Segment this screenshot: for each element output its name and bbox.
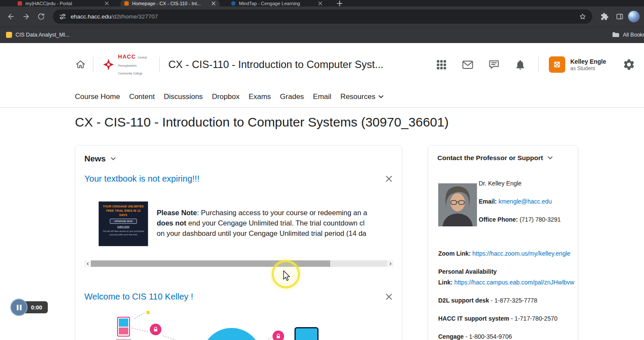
email-link[interactable]: kmengle@hacc.edu bbox=[498, 198, 552, 205]
cengage-trial-banner: YOUR CENGAGE UNLIMITED FREE TRIAL ENDS I… bbox=[99, 201, 148, 246]
chevron-down-icon[interactable] bbox=[111, 157, 116, 161]
page-title: CX - CIS-110 - Introduction to Computer … bbox=[75, 113, 449, 131]
hacc-logo[interactable]: HACC Central Pennsylvania's Community Co… bbox=[102, 53, 151, 76]
bell-icon[interactable] bbox=[514, 59, 526, 71]
tab-favicon bbox=[18, 1, 22, 6]
bookmark-star-icon[interactable] bbox=[579, 13, 586, 20]
profile-avatar[interactable] bbox=[628, 11, 640, 22]
trial-banner-footnote: You will still have access to your purch… bbox=[102, 229, 145, 236]
smartphone-graphic bbox=[117, 317, 130, 337]
tab-title: Homepage - CX - CIS-110 - Int... bbox=[132, 1, 208, 6]
divider bbox=[93, 57, 93, 72]
cengage-support-row: Cengage - 1-800-354-9706 bbox=[438, 333, 574, 340]
chevron-down-icon[interactable] bbox=[548, 156, 553, 160]
user-role: as Student bbox=[570, 65, 606, 71]
news-widget-header[interactable]: News bbox=[84, 154, 116, 164]
zoom-link-row: Zoom Link: https://hacc.zoom.us/my/kelle… bbox=[438, 250, 574, 257]
smartphone-label: Smartphone bbox=[108, 338, 139, 340]
minibar-course-title[interactable]: CX - CIS-110 - Introduction to Computer … bbox=[168, 59, 384, 71]
trial-banner-headline: YOUR CENGAGE UNLIMITED FREE TRIAL ENDS I… bbox=[102, 204, 145, 217]
learn-more-link[interactable]: Learn more bbox=[117, 225, 129, 228]
url-path: /d2l/home/327707 bbox=[111, 13, 158, 20]
gear-icon[interactable] bbox=[622, 58, 635, 71]
bookmark-item[interactable]: CIS Data Analyst_MI... bbox=[6, 32, 70, 38]
reload-icon[interactable] bbox=[34, 10, 47, 23]
nav-grades[interactable]: Grades bbox=[280, 93, 304, 101]
zoom-link[interactable]: https://hacc.zoom.us/my/kelley.engle bbox=[472, 250, 570, 257]
minibar-icons bbox=[436, 59, 526, 71]
bookmark-favicon bbox=[6, 32, 12, 38]
bookmarks-bar: CIS Data Analyst_MI... All Bookm bbox=[0, 27, 644, 43]
tab-favicon bbox=[231, 1, 235, 6]
nav-email[interactable]: Email bbox=[313, 93, 331, 101]
divider bbox=[538, 57, 539, 72]
news-widget: News Your textbook is not expiring!!! YO… bbox=[75, 145, 402, 340]
url-text: ehacc.hacc.edu/d2l/home/327707 bbox=[71, 13, 158, 20]
professor-name: Dr. Kelley Engle bbox=[479, 180, 522, 187]
professor-phone-row: Office Phone: (717) 780-3291 bbox=[479, 216, 561, 223]
personal-availability-link[interactable]: https://hacc.campus.eab.com/pal/znJHwlbv… bbox=[454, 279, 574, 286]
tab-close-icon[interactable] bbox=[105, 1, 109, 6]
tab-title: my|HACC|edu - Portal bbox=[25, 1, 101, 6]
personal-availability-link-row: Link: https://hacc.campus.eab.com/pal/zn… bbox=[438, 279, 574, 286]
grid-icon[interactable] bbox=[436, 59, 447, 71]
tab-myhacc-portal[interactable]: my|HACC|edu - Portal bbox=[14, 0, 113, 6]
mail-icon[interactable] bbox=[462, 59, 474, 71]
contact-widget: Contact the Professor or Support Dr. Kel… bbox=[428, 145, 578, 340]
back-icon[interactable] bbox=[4, 10, 17, 23]
tab-close-icon[interactable] bbox=[211, 1, 216, 6]
home-icon[interactable] bbox=[75, 59, 86, 70]
close-icon[interactable] bbox=[386, 176, 392, 182]
upgrade-now-button[interactable]: UPGRADE NOW bbox=[110, 219, 136, 224]
tab-mindtap[interactable]: MindTap - Cengage Learning bbox=[227, 0, 326, 6]
contact-widget-title: Contact the Professor or Support bbox=[437, 154, 543, 162]
folder-icon bbox=[612, 32, 619, 38]
tab-favicon bbox=[124, 1, 129, 6]
all-bookmarks-button[interactable]: All Bookm bbox=[612, 27, 644, 43]
news-article-2-title[interactable]: Welcome to CIS 110 Kelley ! bbox=[84, 292, 193, 302]
tablet-graphic bbox=[294, 327, 319, 340]
nav-course-home[interactable]: Course Home bbox=[75, 93, 120, 101]
chat-icon[interactable] bbox=[488, 59, 500, 71]
side-panel-icon[interactable] bbox=[613, 10, 626, 23]
scrollbar-track[interactable] bbox=[91, 260, 387, 267]
close-icon[interactable] bbox=[386, 294, 392, 300]
lock-icon bbox=[272, 331, 284, 340]
extensions-icon[interactable] bbox=[598, 10, 611, 23]
nav-discussions[interactable]: Discussions bbox=[164, 93, 203, 101]
tab-close-icon[interactable] bbox=[318, 1, 322, 6]
nav-content[interactable]: Content bbox=[129, 93, 155, 101]
divider bbox=[159, 57, 160, 72]
news-article-1-body: YOUR CENGAGE UNLIMITED FREE TRIAL ENDS I… bbox=[99, 201, 393, 246]
course-navbar: Course Home Content Discussions Dropbox … bbox=[0, 86, 644, 108]
scroll-right-icon[interactable] bbox=[387, 260, 393, 267]
scroll-left-icon[interactable] bbox=[84, 260, 91, 267]
new-tab-button[interactable] bbox=[337, 0, 343, 6]
d2l-support-row: D2L support desk - 1-877-325-7778 bbox=[438, 297, 574, 304]
all-bookmarks-label: All Bookm bbox=[623, 32, 644, 38]
tab-d2l-homepage[interactable]: Homepage - CX - CIS-110 - Int... bbox=[121, 0, 220, 6]
forward-icon[interactable] bbox=[19, 10, 32, 23]
professor-photo bbox=[438, 183, 477, 226]
hacc-it-support-row: HACC IT support system - 1-717-780-2570 bbox=[438, 315, 574, 322]
welcome-illustration: Smartphone bbox=[84, 311, 393, 340]
url-domain: ehacc.hacc.edu bbox=[71, 13, 111, 20]
tab-title: MindTap - Cengage Learning bbox=[239, 1, 315, 6]
pause-icon[interactable] bbox=[10, 299, 28, 316]
news-article-1-title[interactable]: Your textbook is not expiring!!! bbox=[84, 174, 199, 184]
nav-exams[interactable]: Exams bbox=[248, 93, 271, 101]
site-info-icon[interactable] bbox=[59, 13, 66, 20]
nav-dropbox[interactable]: Dropbox bbox=[212, 93, 239, 101]
news-article-1-text: Please Note: Purchasing access to your c… bbox=[157, 201, 393, 246]
d2l-minibar: HACC Central Pennsylvania's Community Co… bbox=[0, 43, 644, 86]
horizontal-scrollbar[interactable] bbox=[84, 260, 393, 267]
user-menu[interactable]: Kelley Engle as Student bbox=[549, 56, 606, 73]
browser-toolbar: ehacc.hacc.edu/d2l/home/327707 bbox=[0, 6, 644, 27]
address-bar[interactable]: ehacc.hacc.edu/d2l/home/327707 bbox=[53, 9, 592, 24]
hacc-logo-text: HACC Central Pennsylvania's Community Co… bbox=[118, 53, 151, 76]
nav-resources[interactable]: Resources bbox=[341, 93, 384, 101]
contact-widget-header[interactable]: Contact the Professor or Support bbox=[437, 154, 553, 162]
professor-email-row: Email: kmengle@hacc.edu bbox=[479, 198, 552, 205]
bookmark-label: CIS Data Analyst_MI... bbox=[15, 32, 70, 38]
hacc-logo-acronym: HACC bbox=[118, 53, 136, 60]
